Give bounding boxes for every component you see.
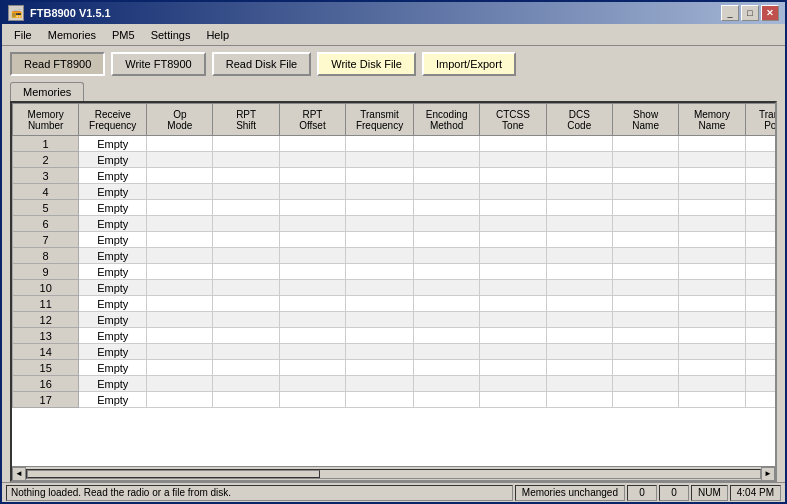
table-row[interactable]: 14Empty bbox=[13, 344, 776, 360]
cell-dcs_code bbox=[546, 344, 612, 360]
table-row[interactable]: 10Empty bbox=[13, 280, 776, 296]
table-row[interactable]: 8Empty bbox=[13, 248, 776, 264]
cell-show_name bbox=[612, 184, 678, 200]
table-row[interactable]: 1Empty bbox=[13, 136, 776, 152]
table-row[interactable]: 16Empty bbox=[13, 376, 776, 392]
table-row[interactable]: 12Empty bbox=[13, 312, 776, 328]
close-button[interactable]: ✕ bbox=[761, 5, 779, 21]
cell-memory-number: 4 bbox=[13, 184, 79, 200]
cell-ctcss_tone bbox=[480, 376, 546, 392]
table-row[interactable]: 9Empty bbox=[13, 264, 776, 280]
tabs-area: Memories bbox=[2, 82, 785, 101]
horizontal-scrollbar: ◄ ► bbox=[12, 466, 775, 480]
cell-transmit_frequency bbox=[346, 232, 414, 248]
scroll-thumb[interactable] bbox=[27, 470, 320, 478]
cell-rpt_shift bbox=[213, 184, 279, 200]
menu-help[interactable]: Help bbox=[198, 27, 237, 43]
menu-file[interactable]: File bbox=[6, 27, 40, 43]
col-rpt-shift: RPT Shift bbox=[213, 104, 279, 136]
cell-rpt_shift bbox=[213, 360, 279, 376]
cell-transmit_frequency bbox=[346, 184, 414, 200]
scroll-left-button[interactable]: ◄ bbox=[12, 467, 26, 481]
cell-dcs_code bbox=[546, 360, 612, 376]
cell-ctcss_tone bbox=[480, 360, 546, 376]
cell-transmit_power bbox=[745, 200, 775, 216]
cell-transmit_power bbox=[745, 280, 775, 296]
scroll-right-button[interactable]: ► bbox=[761, 467, 775, 481]
cell-rpt_shift bbox=[213, 328, 279, 344]
table-row[interactable]: 17Empty bbox=[13, 392, 776, 408]
table-row[interactable]: 3Empty bbox=[13, 168, 776, 184]
cell-rpt_offset bbox=[279, 216, 345, 232]
menu-memories[interactable]: Memories bbox=[40, 27, 104, 43]
menu-settings[interactable]: Settings bbox=[143, 27, 199, 43]
cell-op_mode bbox=[147, 200, 213, 216]
cell-receive-frequency: Empty bbox=[79, 296, 147, 312]
write-ft8900-button[interactable]: Write FT8900 bbox=[111, 52, 205, 76]
menu-pm5[interactable]: PM5 bbox=[104, 27, 143, 43]
cell-receive-frequency: Empty bbox=[79, 344, 147, 360]
cell-transmit_power bbox=[745, 168, 775, 184]
cell-receive-frequency: Empty bbox=[79, 360, 147, 376]
cell-encoding_method bbox=[413, 360, 479, 376]
maximize-button[interactable]: □ bbox=[741, 5, 759, 21]
cell-op_mode bbox=[147, 232, 213, 248]
cell-encoding_method bbox=[413, 296, 479, 312]
cell-memory-number: 13 bbox=[13, 328, 79, 344]
cell-ctcss_tone bbox=[480, 168, 546, 184]
cell-show_name bbox=[612, 200, 678, 216]
table-row[interactable]: 7Empty bbox=[13, 232, 776, 248]
table-row[interactable]: 13Empty bbox=[13, 328, 776, 344]
table-row[interactable]: 5Empty bbox=[13, 200, 776, 216]
cell-dcs_code bbox=[546, 392, 612, 408]
status-memories: Memories unchanged bbox=[515, 485, 625, 501]
cell-rpt_offset bbox=[279, 376, 345, 392]
cell-show_name bbox=[612, 248, 678, 264]
table-container: Memory Number Receive Frequency Op Mode … bbox=[10, 101, 777, 482]
cell-dcs_code bbox=[546, 200, 612, 216]
cell-show_name bbox=[612, 296, 678, 312]
cell-show_name bbox=[612, 360, 678, 376]
cell-encoding_method bbox=[413, 232, 479, 248]
status-main-text: Nothing loaded. Read the radio or a file… bbox=[6, 485, 513, 501]
cell-ctcss_tone bbox=[480, 248, 546, 264]
scroll-track[interactable] bbox=[26, 469, 761, 479]
table-row[interactable]: 4Empty bbox=[13, 184, 776, 200]
cell-memory-number: 14 bbox=[13, 344, 79, 360]
read-ft8900-button[interactable]: Read FT8900 bbox=[10, 52, 105, 76]
cell-show_name bbox=[612, 216, 678, 232]
table-row[interactable]: 11Empty bbox=[13, 296, 776, 312]
cell-transmit_frequency bbox=[346, 152, 414, 168]
table-row[interactable]: 15Empty bbox=[13, 360, 776, 376]
tab-memories[interactable]: Memories bbox=[10, 82, 84, 101]
cell-dcs_code bbox=[546, 152, 612, 168]
cell-memory_name bbox=[679, 136, 745, 152]
cell-transmit_frequency bbox=[346, 328, 414, 344]
cell-rpt_offset bbox=[279, 136, 345, 152]
cell-dcs_code bbox=[546, 248, 612, 264]
cell-memory_name bbox=[679, 216, 745, 232]
cell-memory-number: 15 bbox=[13, 360, 79, 376]
cell-dcs_code bbox=[546, 232, 612, 248]
cell-rpt_shift bbox=[213, 376, 279, 392]
cell-op_mode bbox=[147, 216, 213, 232]
write-disk-file-button[interactable]: Write Disk File bbox=[317, 52, 416, 76]
cell-memory_name bbox=[679, 152, 745, 168]
table-row[interactable]: 2Empty bbox=[13, 152, 776, 168]
cell-receive-frequency: Empty bbox=[79, 216, 147, 232]
status-counter3: 0 bbox=[659, 485, 689, 501]
title-bar: 📻 FTB8900 V1.5.1 _ □ ✕ bbox=[2, 2, 785, 24]
read-disk-file-button[interactable]: Read Disk File bbox=[212, 52, 312, 76]
cell-memory-number: 16 bbox=[13, 376, 79, 392]
minimize-button[interactable]: _ bbox=[721, 5, 739, 21]
cell-ctcss_tone bbox=[480, 232, 546, 248]
cell-memory-number: 3 bbox=[13, 168, 79, 184]
table-row[interactable]: 6Empty bbox=[13, 216, 776, 232]
import-export-button[interactable]: Import/Export bbox=[422, 52, 516, 76]
title-bar-left: 📻 FTB8900 V1.5.1 bbox=[8, 5, 111, 21]
status-time: 4:04 PM bbox=[730, 485, 781, 501]
col-memory-number: Memory Number bbox=[13, 104, 79, 136]
cell-encoding_method bbox=[413, 280, 479, 296]
table-scroll[interactable]: Memory Number Receive Frequency Op Mode … bbox=[12, 103, 775, 466]
status-num-mode: NUM bbox=[691, 485, 728, 501]
